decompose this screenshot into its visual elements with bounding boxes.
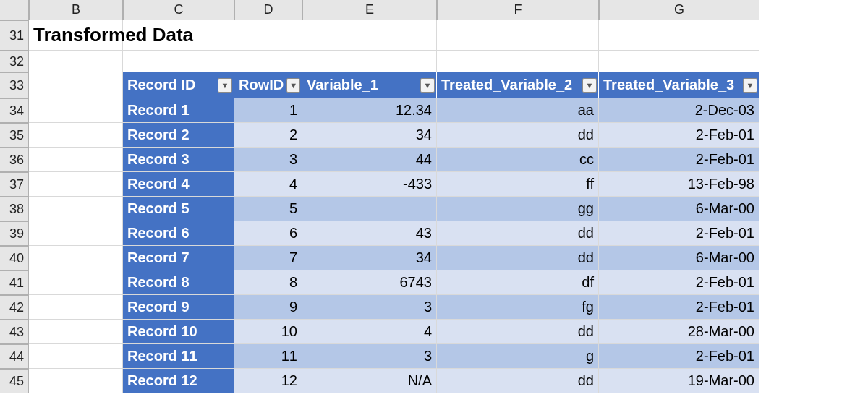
cell[interactable] xyxy=(437,20,599,51)
row-header-44[interactable]: 44 xyxy=(0,344,29,369)
rowid-cell[interactable]: 1 xyxy=(234,98,302,123)
rowid-cell[interactable]: 6 xyxy=(234,221,302,246)
row-header-36[interactable]: 36 xyxy=(0,148,29,172)
row-header-38[interactable]: 38 xyxy=(0,197,29,221)
row-header-40[interactable]: 40 xyxy=(0,246,29,270)
row-header-32[interactable]: 32 xyxy=(0,51,29,72)
spreadsheet-grid[interactable]: B C D E F G 31 Transformed Data 32 33 Re… xyxy=(0,0,868,393)
row-header-45[interactable]: 45 xyxy=(0,369,29,393)
select-all-corner[interactable] xyxy=(0,0,29,20)
row-header-43[interactable]: 43 xyxy=(0,320,29,344)
cell[interactable] xyxy=(29,123,123,148)
row-header-39[interactable]: 39 xyxy=(0,221,29,246)
treated-variable-3-cell[interactable]: 2-Feb-01 xyxy=(599,344,760,369)
variable-1-cell[interactable]: 6743 xyxy=(302,270,437,295)
cell[interactable] xyxy=(29,246,123,270)
table-header-record-id[interactable]: Record ID ▼ xyxy=(123,72,234,98)
record-id-cell[interactable]: Record 9 xyxy=(123,295,234,320)
rowid-cell[interactable]: 5 xyxy=(234,197,302,221)
page-title[interactable]: Transformed Data xyxy=(29,20,123,51)
treated-variable-2-cell[interactable]: df xyxy=(437,270,599,295)
table-header-treated-variable-3[interactable]: Treated_Variable_3 ▼ xyxy=(599,72,760,98)
col-header-G[interactable]: G xyxy=(599,0,760,20)
variable-1-cell[interactable] xyxy=(302,197,437,221)
rowid-cell[interactable]: 2 xyxy=(234,123,302,148)
cell[interactable] xyxy=(29,221,123,246)
record-id-cell[interactable]: Record 5 xyxy=(123,197,234,221)
treated-variable-2-cell[interactable]: fg xyxy=(437,295,599,320)
cell[interactable] xyxy=(599,20,760,51)
treated-variable-2-cell[interactable]: dd xyxy=(437,123,599,148)
col-header-B[interactable]: B xyxy=(29,0,123,20)
treated-variable-2-cell[interactable]: ff xyxy=(437,172,599,197)
cell[interactable] xyxy=(437,51,599,72)
treated-variable-3-cell[interactable]: 2-Feb-01 xyxy=(599,148,760,172)
cell[interactable] xyxy=(123,51,234,72)
variable-1-cell[interactable]: N/A xyxy=(302,369,437,393)
rowid-cell[interactable]: 11 xyxy=(234,344,302,369)
rowid-cell[interactable]: 4 xyxy=(234,172,302,197)
variable-1-cell[interactable]: 12.34 xyxy=(302,98,437,123)
cell[interactable] xyxy=(29,51,123,72)
cell[interactable] xyxy=(599,51,760,72)
variable-1-cell[interactable]: 4 xyxy=(302,320,437,344)
record-id-cell[interactable]: Record 10 xyxy=(123,320,234,344)
record-id-cell[interactable]: Record 7 xyxy=(123,246,234,270)
treated-variable-2-cell[interactable]: dd xyxy=(437,369,599,393)
treated-variable-3-cell[interactable]: 28-Mar-00 xyxy=(599,320,760,344)
rowid-cell[interactable]: 7 xyxy=(234,246,302,270)
record-id-cell[interactable]: Record 8 xyxy=(123,270,234,295)
record-id-cell[interactable]: Record 4 xyxy=(123,172,234,197)
cell[interactable] xyxy=(29,148,123,172)
cell[interactable] xyxy=(29,197,123,221)
cell[interactable] xyxy=(302,20,437,51)
treated-variable-3-cell[interactable]: 2-Feb-01 xyxy=(599,295,760,320)
cell[interactable] xyxy=(29,295,123,320)
treated-variable-3-cell[interactable]: 2-Feb-01 xyxy=(599,270,760,295)
filter-button[interactable]: ▼ xyxy=(582,78,597,93)
cell[interactable] xyxy=(234,51,302,72)
cell[interactable] xyxy=(29,98,123,123)
cell[interactable] xyxy=(29,172,123,197)
record-id-cell[interactable]: Record 1 xyxy=(123,98,234,123)
variable-1-cell[interactable]: 44 xyxy=(302,148,437,172)
rowid-cell[interactable]: 8 xyxy=(234,270,302,295)
table-header-treated-variable-2[interactable]: Treated_Variable_2 ▼ xyxy=(437,72,599,98)
treated-variable-3-cell[interactable]: 2-Dec-03 xyxy=(599,98,760,123)
rowid-cell[interactable]: 10 xyxy=(234,320,302,344)
variable-1-cell[interactable]: 34 xyxy=(302,123,437,148)
treated-variable-3-cell[interactable]: 2-Feb-01 xyxy=(599,123,760,148)
treated-variable-2-cell[interactable]: g xyxy=(437,344,599,369)
treated-variable-3-cell[interactable]: 6-Mar-00 xyxy=(599,246,760,270)
treated-variable-3-cell[interactable]: 6-Mar-00 xyxy=(599,197,760,221)
variable-1-cell[interactable]: 3 xyxy=(302,344,437,369)
col-header-D[interactable]: D xyxy=(234,0,302,20)
row-header-34[interactable]: 34 xyxy=(0,98,29,123)
cell[interactable] xyxy=(29,369,123,393)
filter-button[interactable]: ▼ xyxy=(420,78,435,93)
treated-variable-3-cell[interactable]: 13-Feb-98 xyxy=(599,172,760,197)
treated-variable-2-cell[interactable]: dd xyxy=(437,246,599,270)
col-header-C[interactable]: C xyxy=(123,0,234,20)
variable-1-cell[interactable]: -433 xyxy=(302,172,437,197)
cell[interactable] xyxy=(302,51,437,72)
rowid-cell[interactable]: 9 xyxy=(234,295,302,320)
record-id-cell[interactable]: Record 2 xyxy=(123,123,234,148)
rowid-cell[interactable]: 3 xyxy=(234,148,302,172)
record-id-cell[interactable]: Record 3 xyxy=(123,148,234,172)
cell[interactable] xyxy=(29,320,123,344)
treated-variable-2-cell[interactable]: dd xyxy=(437,320,599,344)
table-header-variable-1[interactable]: Variable_1 ▼ xyxy=(302,72,437,98)
treated-variable-2-cell[interactable]: aa xyxy=(437,98,599,123)
col-header-F[interactable]: F xyxy=(437,0,599,20)
row-header-33[interactable]: 33 xyxy=(0,72,29,98)
table-header-rowid[interactable]: RowID ▼ xyxy=(234,72,302,98)
cell[interactable] xyxy=(29,344,123,369)
cell[interactable] xyxy=(29,72,123,98)
filter-button[interactable]: ▼ xyxy=(743,78,757,93)
filter-button[interactable]: ▼ xyxy=(286,78,300,93)
treated-variable-3-cell[interactable]: 2-Feb-01 xyxy=(599,221,760,246)
row-header-37[interactable]: 37 xyxy=(0,172,29,197)
record-id-cell[interactable]: Record 12 xyxy=(123,369,234,393)
row-header-42[interactable]: 42 xyxy=(0,295,29,320)
